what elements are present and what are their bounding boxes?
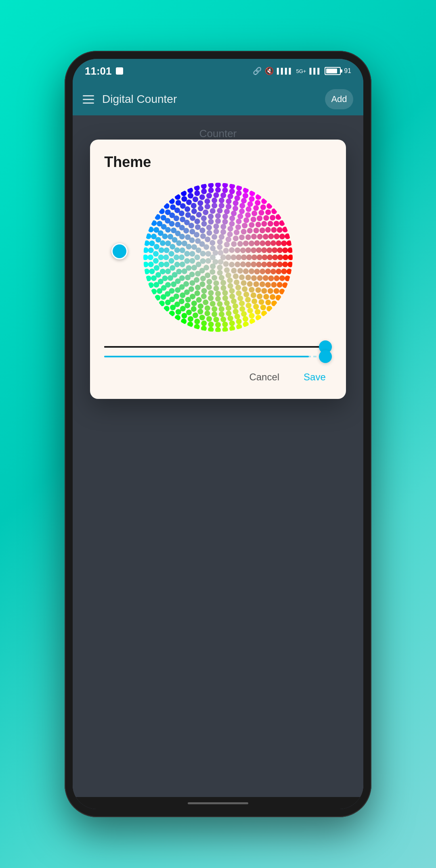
app-title: Digital Counter <box>102 93 317 106</box>
theme-dialog: Theme <box>90 140 346 399</box>
status-time: 11:01 <box>85 65 123 77</box>
status-icons: 🔗 🔇 ▌▌▌▌ 5G+ ▌▌▌ 91 <box>253 67 351 75</box>
mute-icon: 🔇 <box>265 67 274 75</box>
network-label: 5G+ <box>296 68 306 74</box>
color-selector-dot <box>111 243 128 259</box>
brightness-slider-row[interactable] <box>104 346 332 348</box>
signal-icon: ▌▌▌▌ <box>277 68 293 74</box>
add-button[interactable]: Add <box>325 89 353 109</box>
save-button[interactable]: Save <box>298 367 332 387</box>
cancel-button[interactable]: Cancel <box>243 367 285 387</box>
dialog-buttons: Cancel Save <box>104 367 332 387</box>
brightness-fill <box>104 346 309 348</box>
color-wheel-container[interactable] <box>104 181 332 334</box>
media-icon <box>116 67 123 75</box>
opacity-slider-row[interactable] <box>104 356 332 357</box>
app-bar: Digital Counter Add <box>73 83 363 115</box>
battery-percent: 91 <box>344 67 351 75</box>
main-content: Counter -1 190 +1 Theme <box>73 115 363 797</box>
dialog-overlay: Theme <box>73 115 363 797</box>
home-indicator <box>73 797 363 809</box>
link-icon: 🔗 <box>253 67 262 75</box>
menu-button[interactable] <box>83 95 94 104</box>
phone-frame: 11:01 🔗 🔇 ▌▌▌▌ 5G+ ▌▌▌ 91 Di <box>65 51 371 817</box>
phone-screen: 11:01 🔗 🔇 ▌▌▌▌ 5G+ ▌▌▌ 91 Di <box>73 59 363 809</box>
opacity-track[interactable] <box>104 356 332 357</box>
status-bar: 11:01 🔗 🔇 ▌▌▌▌ 5G+ ▌▌▌ 91 <box>73 59 363 83</box>
home-bar <box>188 802 248 804</box>
dialog-title: Theme <box>104 154 332 171</box>
opacity-fill <box>104 356 309 357</box>
brightness-track[interactable] <box>104 346 332 348</box>
time-text: 11:01 <box>85 65 112 77</box>
sliders-section <box>104 346 332 357</box>
opacity-thumb[interactable] <box>319 350 332 363</box>
signal-icon2: ▌▌▌ <box>309 68 321 74</box>
color-wheel-canvas[interactable] <box>141 181 295 334</box>
battery-icon <box>325 67 341 75</box>
